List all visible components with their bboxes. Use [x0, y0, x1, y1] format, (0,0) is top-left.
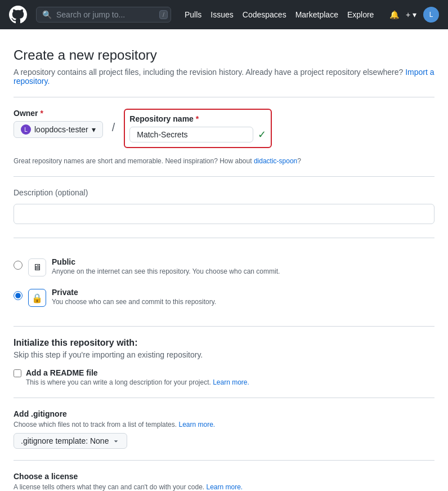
page-subtitle: A repository contains all project files,…: [14, 68, 434, 86]
owner-label: Owner *: [14, 109, 103, 118]
description-label: Description (optional): [14, 188, 434, 197]
divider-top: [14, 97, 434, 97]
gitignore-btn-label: .gitignore template: None: [21, 436, 109, 445]
valid-check-icon: ✓: [258, 128, 266, 141]
github-logo[interactable]: [9, 6, 27, 24]
owner-avatar: L: [21, 124, 31, 135]
gitignore-dropdown[interactable]: .gitignore template: None: [14, 433, 127, 449]
nav-explore[interactable]: Explore: [347, 10, 374, 19]
readme-learn-more-link[interactable]: Learn more.: [213, 378, 249, 386]
owner-repo-row: Owner * L loopdocs-tester ▾ / Repository…: [14, 109, 434, 148]
owner-group: Owner * L loopdocs-tester ▾: [14, 109, 103, 138]
readme-desc-text: This is where you can write a long descr…: [26, 378, 213, 386]
readme-checkbox[interactable]: [14, 369, 21, 377]
page-title: Create a new repository: [14, 47, 434, 63]
divider-init: [14, 326, 434, 327]
create-menu-button[interactable]: + ▾: [406, 10, 416, 19]
readme-text: Add a README file This is where you can …: [26, 368, 249, 386]
main-nav: Pulls Issues Codespaces Marketplace Expl…: [185, 10, 374, 19]
header-actions: 🔔 + ▾ L: [389, 7, 439, 23]
search-input[interactable]: [56, 10, 155, 19]
init-subtitle: Skip this step if you're importing an ex…: [14, 350, 434, 359]
repo-name-input[interactable]: [129, 127, 253, 142]
create-repo-form: Create a new repository A repository con…: [0, 29, 448, 491]
search-bar[interactable]: 🔍 /: [36, 7, 171, 23]
description-input[interactable]: [14, 204, 434, 224]
divider-gitignore: [14, 398, 434, 398]
suggestion-link[interactable]: didactic-spoon: [254, 157, 297, 165]
slash-divider: /: [112, 121, 115, 134]
gitignore-learn-more-link[interactable]: Learn more.: [178, 421, 215, 428]
divider-desc: [14, 176, 434, 177]
repo-name-box: Repository name * ✓: [124, 109, 272, 148]
private-radio[interactable]: [14, 291, 23, 300]
chevron-down-icon: [112, 437, 120, 445]
dropdown-arrow-icon: ▾: [92, 125, 96, 134]
nav-codespaces[interactable]: Codespaces: [243, 10, 286, 19]
license-section: Choose a license A license tells others …: [14, 472, 434, 491]
repo-name-label: Repository name *: [129, 114, 266, 123]
gitignore-desc: Choose which files not to track from a l…: [14, 421, 434, 428]
owner-select[interactable]: L loopdocs-tester ▾: [14, 121, 103, 138]
license-desc: A license tells others what they can and…: [14, 483, 434, 491]
top-nav: 🔍 / Pulls Issues Codespaces Marketplace …: [0, 0, 448, 29]
name-hint: Great repository names are short and mem…: [14, 157, 434, 165]
gitignore-section: Add .gitignore Choose which files not to…: [14, 409, 434, 449]
search-icon: 🔍: [42, 10, 52, 19]
public-text: Public Anyone on the internet can see th…: [52, 257, 280, 275]
search-kbd: /: [159, 10, 168, 19]
repo-name-input-wrapper: ✓: [129, 127, 266, 142]
visibility-section: 🖥 Public Anyone on the internet can see …: [14, 252, 434, 313]
avatar[interactable]: L: [423, 7, 439, 23]
public-icon: 🖥: [28, 258, 46, 276]
private-option: 🔒 Private You choose who can see and com…: [14, 282, 434, 313]
notifications-button[interactable]: 🔔: [389, 10, 399, 19]
description-group: Description (optional): [14, 188, 434, 224]
divider-visibility: [14, 238, 434, 238]
public-option: 🖥 Public Anyone on the internet can see …: [14, 252, 434, 282]
divider-license: [14, 460, 434, 461]
readme-row: Add a README file This is where you can …: [14, 368, 434, 386]
gitignore-title: Add .gitignore: [14, 409, 434, 418]
private-text: Private You choose who can see and commi…: [52, 288, 216, 306]
license-title: Choose a license: [14, 472, 434, 481]
nav-marketplace[interactable]: Marketplace: [295, 10, 338, 19]
nav-issues[interactable]: Issues: [210, 10, 233, 19]
private-icon: 🔒: [28, 289, 46, 307]
license-learn-more-link[interactable]: Learn more.: [207, 483, 243, 491]
public-radio[interactable]: [14, 261, 23, 270]
nav-pulls[interactable]: Pulls: [185, 10, 201, 19]
owner-name: loopdocs-tester: [34, 125, 88, 134]
init-section: Initialize this repository with: Skip th…: [14, 338, 434, 386]
init-title: Initialize this repository with:: [14, 338, 434, 348]
